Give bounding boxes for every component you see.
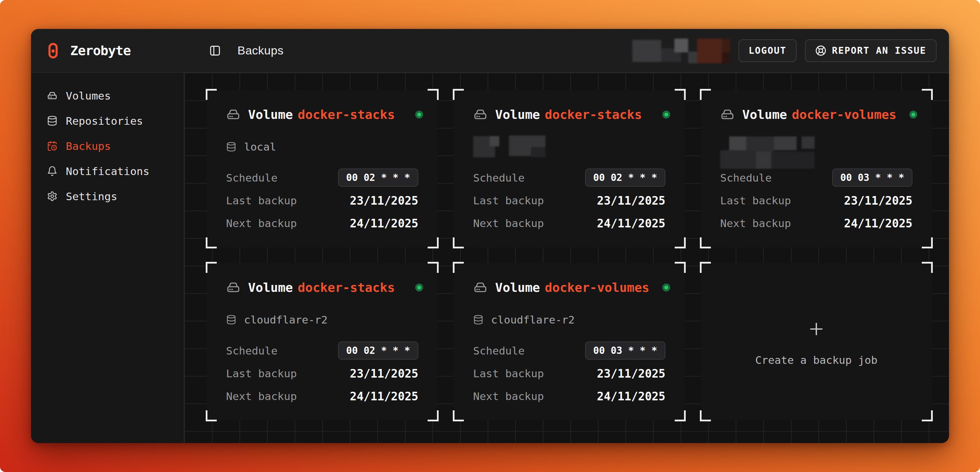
card-title: Volumedocker-volumes [495,280,649,294]
repository-row: cloudflare-r2 [226,308,418,331]
backup-cards: Volumedocker-stacks local Schedule00 02 … [207,90,949,420]
page-title: Backups [237,44,283,57]
card-meta: Schedule00 03 * * * Last backup23/11/202… [473,342,665,405]
hard-drive-icon [473,280,488,294]
hard-drive-icon [226,280,240,294]
database-icon [473,315,484,325]
repository-row: cloudflare-r2 [473,308,665,331]
next-backup-label: Next backup [226,390,297,402]
topbar: Zerobyte Backups LOGOUT REPORT AN ISSUE [31,29,949,73]
bell-icon [47,166,57,176]
app-window: Zerobyte Backups LOGOUT REPORT AN ISSUE [31,29,949,443]
last-backup-label: Last backup [720,194,791,207]
sidebar-item-label: Repositories [66,115,143,127]
brand: Zerobyte [31,42,184,59]
last-backup-label: Last backup [226,194,297,207]
last-backup-label: Last backup [473,194,544,207]
volume-name: docker-stacks [298,280,395,294]
volume-name: docker-stacks [545,108,642,122]
repository-name: cloudflare-r2 [244,313,328,326]
schedule-value: 00 02 * * * [338,342,418,360]
next-backup-value: 24/11/2025 [350,217,418,230]
schedule-value: 00 03 * * * [585,342,665,360]
backup-job-card[interactable]: Volumedocker-volumes Schedule00 03 * * * [701,90,932,247]
schedule-label: Schedule [720,172,772,184]
card-header: Volumedocker-volumes [473,280,665,294]
schedule-value: 00 02 * * * [585,168,665,187]
status-indicator [662,111,670,119]
panel-left-icon[interactable] [209,45,221,57]
volume-name: docker-volumes [792,108,896,122]
plus-icon [807,319,826,339]
last-backup-value: 23/11/2025 [350,194,418,207]
sidebar-item-backups[interactable]: Backups [31,133,184,159]
sidebar-item-label: Volumes [66,90,111,102]
calendar-clock-icon [47,141,57,151]
card-meta: Schedule00 02 * * * Last backup23/11/202… [473,168,665,232]
app-name: Zerobyte [70,43,130,58]
sidebar-item-notifications[interactable]: Notifications [31,159,184,184]
create-backup-job-card[interactable]: Create a backup job [701,263,932,420]
last-backup-value: 23/11/2025 [350,367,418,380]
hard-drive-icon [47,90,57,101]
card-header: Volumedocker-stacks [226,280,418,294]
backup-job-card[interactable]: Volumedocker-stacks local Schedule00 02 … [207,90,438,247]
zerobyte-logo-icon [45,42,61,59]
last-backup-value: 23/11/2025 [844,194,912,207]
backup-job-card[interactable]: Volumedocker-stacks Schedule00 02 * * * … [454,90,685,247]
repository-row: local [226,135,418,158]
report-issue-label: REPORT AN ISSUE [832,45,926,56]
last-backup-label: Last backup [473,367,544,380]
schedule-value: 00 02 * * * [338,168,418,187]
schedule-value: 00 03 * * * [832,168,912,187]
report-issue-button[interactable]: REPORT AN ISSUE [805,39,937,62]
gear-icon [47,191,57,202]
life-buoy-icon [815,45,826,56]
repository-name: local [244,141,276,153]
next-backup-value: 24/11/2025 [597,217,665,230]
logout-label: LOGOUT [749,45,787,56]
next-backup-value: 24/11/2025 [350,390,418,403]
sidebar-item-label: Notifications [66,165,150,178]
card-meta: Schedule00 03 * * * Last backup23/11/202… [720,168,912,232]
next-backup-label: Next backup [720,217,791,229]
sidebar: Volumes Repositories Backups Notificatio… [31,73,184,443]
status-indicator [662,284,670,291]
backup-job-card[interactable]: Volumedocker-stacks cloudflare-r2 Schedu… [207,263,438,420]
schedule-label: Schedule [473,172,525,184]
status-indicator [415,111,423,119]
next-backup-label: Next backup [226,217,297,229]
topbar-right: LOGOUT REPORT AN ISSUE [630,37,949,65]
backup-job-card[interactable]: Volumedocker-volumes cloudflare-r2 Sched… [454,263,685,420]
volume-name: docker-stacks [298,108,395,122]
desktop-background: Zerobyte Backups LOGOUT REPORT AN ISSUE [0,0,980,472]
redacted-user-info [630,37,730,65]
repository-row [473,135,665,158]
card-header: Volumedocker-stacks [473,107,665,122]
card-meta: Schedule00 02 * * * Last backup23/11/202… [226,342,418,405]
database-icon [226,141,236,152]
sidebar-item-repositories[interactable]: Repositories [31,108,184,133]
schedule-label: Schedule [473,345,525,357]
hard-drive-icon [720,107,735,122]
backups-grid-area: Volumedocker-stacks local Schedule00 02 … [184,73,949,443]
last-backup-value: 23/11/2025 [597,367,665,380]
status-indicator [909,111,917,119]
repository-row [720,135,912,168]
last-backup-value: 23/11/2025 [597,194,665,207]
sidebar-item-label: Backups [66,140,111,152]
next-backup-value: 24/11/2025 [597,390,665,403]
card-meta: Schedule00 02 * * * Last backup23/11/202… [226,168,418,232]
database-icon [226,315,236,325]
repository-name: cloudflare-r2 [491,313,575,326]
next-backup-label: Next backup [473,390,544,402]
next-backup-value: 24/11/2025 [844,217,912,230]
create-backup-job-label: Create a backup job [755,354,878,366]
logout-button[interactable]: LOGOUT [738,39,797,62]
sidebar-item-settings[interactable]: Settings [31,184,184,209]
app-body: Volumes Repositories Backups Notificatio… [31,73,949,443]
redacted-repository [720,137,824,171]
schedule-label: Schedule [226,172,277,184]
sidebar-item-volumes[interactable]: Volumes [31,83,184,108]
status-indicator [415,284,423,291]
